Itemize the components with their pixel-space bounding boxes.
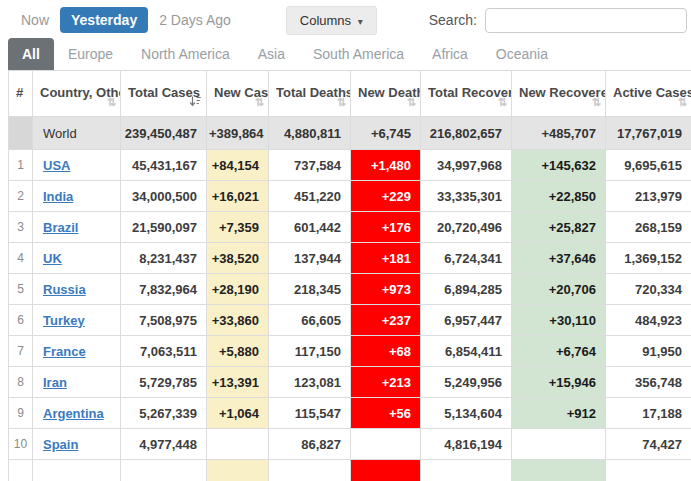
cell-new-cases: +16,021 [207, 181, 269, 212]
cell-new-deaths [351, 429, 421, 460]
cell-active-cases: 9,695,615 [606, 150, 691, 181]
cell-active-cases: 484,923 [606, 305, 691, 336]
cell-new-cases: +38,520 [207, 243, 269, 274]
country-link[interactable]: USA [43, 158, 70, 173]
cell-total-recovered: 20,720,496 [421, 212, 512, 243]
column-header-active_cases[interactable]: Active Cases⇅ [606, 71, 691, 117]
cell-rank: 1 [9, 150, 33, 181]
cell-active-cases: 356,748 [606, 367, 691, 398]
cell-rank: 4 [9, 243, 33, 274]
column-header-new_cases[interactable]: New Cases⇅ [207, 71, 269, 117]
columns-dropdown-button[interactable]: Columns ▾ [286, 6, 377, 35]
tab-all[interactable]: All [8, 38, 54, 70]
cell-new-cases [207, 429, 269, 460]
cell-total-deaths: 115,547 [269, 398, 351, 429]
table-row: 6Turkey7,508,975+33,86066,605+2376,957,4… [9, 305, 691, 336]
cell-total-recovered: 6,894,285 [421, 274, 512, 305]
time-tab-now[interactable]: Now [10, 7, 60, 33]
cell-new-cases: +84,154 [207, 150, 269, 181]
cell-new-recovered: +22,850 [512, 181, 606, 212]
country-link[interactable]: France [43, 344, 86, 359]
country-link[interactable]: Spain [43, 437, 78, 452]
table-row: 10Spain4,977,44886,8274,816,19474,427 [9, 429, 691, 460]
cell-total-deaths: 737,584 [269, 150, 351, 181]
column-header-new_deaths[interactable]: New Deaths⇅ [351, 71, 421, 117]
cell-rank: 9 [9, 398, 33, 429]
world-row: World239,450,487+389,8644,880,811+6,7452… [9, 117, 691, 150]
country-link[interactable]: Russia [43, 282, 86, 297]
column-header-total_recovered[interactable]: Total Recovered⇅ [421, 71, 512, 117]
caret-down-icon: ▾ [358, 16, 363, 27]
cell-new-deaths [351, 460, 421, 481]
cell-new-recovered [512, 429, 606, 460]
column-header-total_cases[interactable]: Total Cases [121, 71, 207, 117]
tab-south-america[interactable]: South America [299, 38, 418, 70]
cell-total-deaths: 4,880,811 [269, 117, 351, 150]
cell-new-deaths: +1,480 [351, 150, 421, 181]
cell-rank: 7 [9, 336, 33, 367]
country-link[interactable]: India [43, 189, 73, 204]
column-header-country[interactable]: Country, Other⇅ [33, 71, 121, 117]
country-link[interactable]: Argentina [43, 406, 104, 421]
cell-new-cases: +28,190 [207, 274, 269, 305]
cell-total-cases: 8,231,437 [121, 243, 207, 274]
sort-both-icon: ⇅ [592, 97, 601, 108]
cell-new-recovered: +15,946 [512, 367, 606, 398]
cell-rank: 3 [9, 212, 33, 243]
cell-total-recovered: 6,957,447 [421, 305, 512, 336]
time-tab-2-days-ago[interactable]: 2 Days Ago [148, 7, 242, 33]
country-link[interactable]: Brazil [43, 220, 78, 235]
cell-total-cases: 5,267,339 [121, 398, 207, 429]
cell-country: World [33, 117, 121, 150]
cell-active-cases: 74,427 [606, 429, 691, 460]
cell-new-cases: +13,391 [207, 367, 269, 398]
cell-total-cases: 45,431,167 [121, 150, 207, 181]
cell-country: Brazil [33, 212, 121, 243]
cell-total-cases: 7,063,511 [121, 336, 207, 367]
cell-total-recovered: 33,335,301 [421, 181, 512, 212]
cell-new-deaths: +176 [351, 212, 421, 243]
cell-total-deaths: 66,605 [269, 305, 351, 336]
covid-stats-table: #Country, Other⇅Total CasesNew Cases⇅Tot… [8, 70, 691, 481]
cell-new-recovered: +30,110 [512, 305, 606, 336]
cell-rank: 8 [9, 367, 33, 398]
country-link[interactable]: Iran [43, 375, 67, 390]
cell-total-recovered: 34,997,968 [421, 150, 512, 181]
cell-total-recovered: 216,802,657 [421, 117, 512, 150]
cell-total-deaths: 86,827 [269, 429, 351, 460]
table-row: 2India34,000,500+16,021451,220+22933,335… [9, 181, 691, 212]
column-header-total_deaths[interactable]: Total Deaths⇅ [269, 71, 351, 117]
cell-new-recovered: +37,646 [512, 243, 606, 274]
column-header-new_recovered[interactable]: New Recovered⇅ [512, 71, 606, 117]
table-row: 3Brazil21,590,097+7,359601,442+17620,720… [9, 212, 691, 243]
tab-asia[interactable]: Asia [244, 38, 299, 70]
cell-total-deaths: 451,220 [269, 181, 351, 212]
cell-new-recovered: +145,632 [512, 150, 606, 181]
time-tab-yesterday[interactable]: Yesterday [60, 7, 148, 33]
country-link[interactable]: Turkey [43, 313, 85, 328]
tab-europe[interactable]: Europe [54, 38, 127, 70]
cell-country: Spain [33, 429, 121, 460]
cell-new-cases: +1,064 [207, 398, 269, 429]
cell-rank: 5 [9, 274, 33, 305]
cell-total-cases: 34,000,500 [121, 181, 207, 212]
cell-active-cases: 1,369,152 [606, 243, 691, 274]
cell-new-recovered: +20,706 [512, 274, 606, 305]
country-link[interactable]: UK [43, 251, 62, 266]
cell-total-recovered: 4,816,194 [421, 429, 512, 460]
cell-new-recovered [512, 460, 606, 481]
tab-africa[interactable]: Africa [418, 38, 482, 70]
columns-button-label: Columns [300, 13, 351, 28]
sort-both-icon: ⇅ [678, 97, 687, 108]
sort-both-icon: ⇅ [407, 97, 416, 108]
cell-new-deaths: +229 [351, 181, 421, 212]
tab-north-america[interactable]: North America [127, 38, 244, 70]
cell-total-cases: 239,450,487 [121, 117, 207, 150]
cell-rank [9, 460, 33, 481]
cell-active-cases [606, 460, 691, 481]
column-label: # [16, 85, 23, 100]
cell-new-recovered: +912 [512, 398, 606, 429]
tab-oceania[interactable]: Oceania [482, 38, 562, 70]
search-input[interactable] [485, 8, 687, 33]
cell-rank [9, 117, 33, 150]
